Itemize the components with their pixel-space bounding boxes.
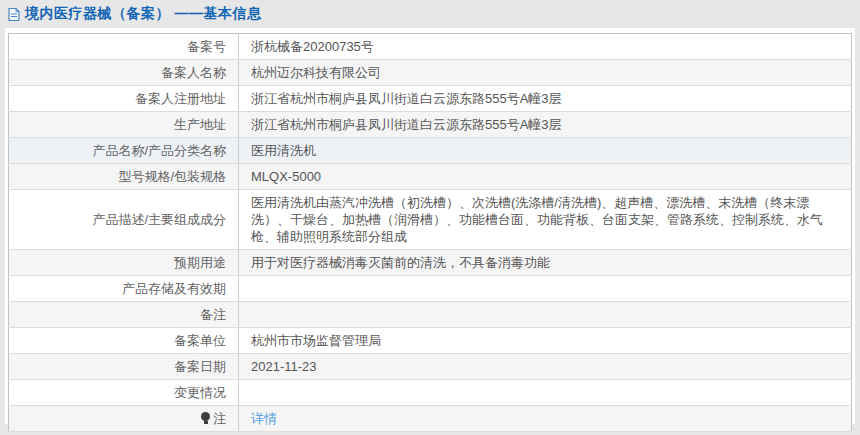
- row-label-text: 产品名称/产品分类名称: [92, 143, 226, 158]
- document-icon: [7, 7, 21, 22]
- row-label-text: 型号规格/包装规格: [118, 169, 226, 184]
- row-value: 用于对医疗器械消毒灭菌前的清洗，不具备消毒功能: [239, 250, 852, 276]
- row-value: 杭州市市场监督管理局: [239, 328, 852, 354]
- row-value: [239, 380, 852, 406]
- row-label-text: 预期用途: [174, 255, 226, 270]
- table-row: 备案人名称杭州迈尔科技有限公司: [9, 60, 852, 86]
- row-label: 预期用途: [9, 250, 239, 276]
- page-header: 境内医疗器械（备案） ——基本信息: [0, 0, 860, 28]
- row-label: 变更情况: [9, 380, 239, 406]
- row-value: [239, 302, 852, 328]
- info-table-body: 备案号浙杭械备20200735号备案人名称杭州迈尔科技有限公司备案人注册地址浙江…: [9, 34, 852, 432]
- row-label-text: 备注: [200, 307, 226, 322]
- table-row: 备案号浙杭械备20200735号: [9, 34, 852, 60]
- info-table: 备案号浙杭械备20200735号备案人名称杭州迈尔科技有限公司备案人注册地址浙江…: [8, 33, 852, 432]
- row-label: 注: [9, 406, 239, 432]
- row-label: 备案单位: [9, 328, 239, 354]
- row-label: 备案日期: [9, 354, 239, 380]
- row-value-text: 2021-11-23: [251, 359, 317, 374]
- row-label-text: 产品存储及有效期: [122, 281, 226, 296]
- row-value: 医用清洗机由蒸汽冲洗槽（初洗槽）、次洗槽(洗涤槽/清洗槽)、超声槽、漂洗槽、末洗…: [239, 190, 852, 250]
- row-label-text: 备案日期: [174, 359, 226, 374]
- row-label: 产品描述/主要组成成分: [9, 190, 239, 250]
- row-label: 生产地址: [9, 112, 239, 138]
- row-value-text: 医用清洗机: [251, 143, 316, 158]
- table-row: 备案日期2021-11-23: [9, 354, 852, 380]
- row-value: 杭州迈尔科技有限公司: [239, 60, 852, 86]
- table-row: 注详情: [9, 406, 852, 432]
- table-row: 产品描述/主要组成成分医用清洗机由蒸汽冲洗槽（初洗槽）、次洗槽(洗涤槽/清洗槽)…: [9, 190, 852, 250]
- row-value: 浙江省杭州市桐庐县凤川街道白云源东路555号A幢3层: [239, 112, 852, 138]
- row-value: [239, 276, 852, 302]
- row-label-text: 变更情况: [174, 385, 226, 400]
- row-label-text: 备案单位: [174, 333, 226, 348]
- table-row: 备案人注册地址浙江省杭州市桐庐县凤川街道白云源东路555号A幢3层: [9, 86, 852, 112]
- row-label: 产品存储及有效期: [9, 276, 239, 302]
- row-value: 浙江省杭州市桐庐县凤川街道白云源东路555号A幢3层: [239, 86, 852, 112]
- bulb-icon: [201, 412, 210, 424]
- row-label-text: 备案人名称: [161, 65, 226, 80]
- content-area: 备案号浙杭械备20200735号备案人名称杭州迈尔科技有限公司备案人注册地址浙江…: [5, 28, 855, 424]
- row-value: 医用清洗机: [239, 138, 852, 164]
- row-value-text: 医用清洗机由蒸汽冲洗槽（初洗槽）、次洗槽(洗涤槽/清洗槽)、超声槽、漂洗槽、末洗…: [251, 195, 823, 244]
- row-label-text: 备案号: [187, 39, 226, 54]
- row-value-text: 用于对医疗器械消毒灭菌前的清洗，不具备消毒功能: [251, 255, 550, 270]
- table-row: 预期用途用于对医疗器械消毒灭菌前的清洗，不具备消毒功能: [9, 250, 852, 276]
- row-value: 详情: [239, 406, 852, 432]
- row-value: MLQX-5000: [239, 164, 852, 190]
- row-value-text: 杭州迈尔科技有限公司: [251, 65, 381, 80]
- row-label: 备案号: [9, 34, 239, 60]
- row-value-text: 浙江省杭州市桐庐县凤川街道白云源东路555号A幢3层: [251, 91, 562, 106]
- table-row: 产品名称/产品分类名称医用清洗机: [9, 138, 852, 164]
- row-label: 产品名称/产品分类名称: [9, 138, 239, 164]
- row-value-text: 浙江省杭州市桐庐县凤川街道白云源东路555号A幢3层: [251, 117, 562, 132]
- page-title: 境内医疗器械（备案） ——基本信息: [25, 5, 261, 23]
- table-row: 备案单位杭州市市场监督管理局: [9, 328, 852, 354]
- row-value: 2021-11-23: [239, 354, 852, 380]
- row-label: 备案人注册地址: [9, 86, 239, 112]
- row-value-text: MLQX-5000: [251, 169, 321, 184]
- row-label: 备案人名称: [9, 60, 239, 86]
- table-row: 型号规格/包装规格MLQX-5000: [9, 164, 852, 190]
- table-row: 生产地址浙江省杭州市桐庐县凤川街道白云源东路555号A幢3层: [9, 112, 852, 138]
- row-label: 备注: [9, 302, 239, 328]
- row-value-text: 浙杭械备20200735号: [251, 39, 374, 54]
- row-label-text: 备案人注册地址: [135, 91, 226, 106]
- table-row: 变更情况: [9, 380, 852, 406]
- row-label-text: 生产地址: [174, 117, 226, 132]
- row-label: 型号规格/包装规格: [9, 164, 239, 190]
- row-value: 浙杭械备20200735号: [239, 34, 852, 60]
- row-label-text: 注: [213, 411, 226, 426]
- row-value-text: 杭州市市场监督管理局: [251, 333, 381, 348]
- table-row: 产品存储及有效期: [9, 276, 852, 302]
- table-row: 备注: [9, 302, 852, 328]
- details-link[interactable]: 详情: [251, 411, 277, 426]
- row-label-text: 产品描述/主要组成成分: [92, 212, 226, 227]
